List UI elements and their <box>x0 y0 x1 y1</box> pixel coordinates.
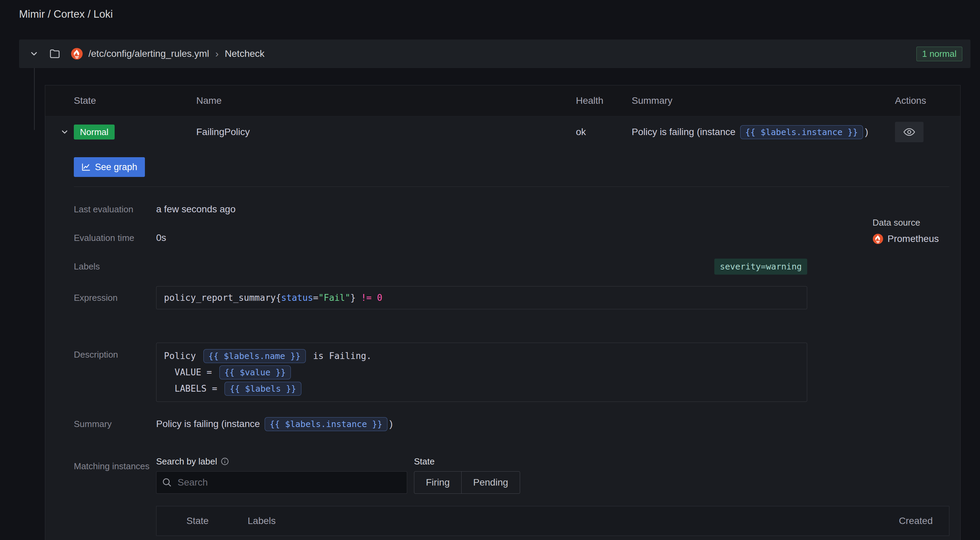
instances-column-labels: Labels <box>248 516 858 526</box>
search-by-label-text: Search by label <box>156 456 217 467</box>
rules-table-panel: State Name Health Summary Actions Normal… <box>45 85 961 540</box>
instances-column-state: State <box>186 516 248 526</box>
rule-group-name: Netcheck <box>225 48 265 59</box>
rule-row: Normal FailingPolicy ok Policy is failin… <box>45 116 960 148</box>
summary-value: Policy is failing (instance {{ $labels.i… <box>156 417 950 431</box>
rule-actions-cell <box>895 122 951 142</box>
data-source-value: Prometheus <box>872 233 950 244</box>
description-line-3: LABELS = {{ $labels }} <box>164 381 799 397</box>
matching-instances-row: Matching instances Search by label <box>74 456 950 536</box>
description-text: VALUE = <box>164 367 217 378</box>
breadcrumb-separator: › <box>215 48 219 59</box>
instances-column-created: Created <box>899 516 933 526</box>
severity-label-chip: severity=warning <box>714 259 807 275</box>
rule-name: FailingPolicy <box>196 127 576 137</box>
rule-health: ok <box>576 127 632 137</box>
column-header-health: Health <box>576 95 632 106</box>
last-evaluation-label: Last evaluation <box>74 204 156 215</box>
expression-label: Expression <box>74 293 156 303</box>
description-line-1: Policy {{ $labels.name }} is Failing. <box>164 348 799 364</box>
search-by-label-group: Search by label <box>156 456 407 494</box>
state-filter-text: State <box>414 456 435 467</box>
column-header-actions: Actions <box>895 95 951 106</box>
evaluation-time-row: Evaluation time 0s <box>74 231 950 245</box>
chart-line-icon <box>81 162 91 172</box>
filter-firing-button[interactable]: Firing <box>414 472 461 494</box>
rule-summary-cell: Policy is failing (instance {{ $labels.i… <box>632 125 895 139</box>
summary-label: Summary <box>74 419 156 429</box>
filter-pending-button[interactable]: Pending <box>461 472 520 494</box>
last-evaluation-row: Last evaluation a few seconds ago <box>74 202 950 216</box>
see-graph-button[interactable]: See graph <box>74 157 145 177</box>
description-row: Description Policy {{ $labels.name }} is… <box>74 342 950 402</box>
rule-details-expanded: See graph Data source <box>45 148 960 540</box>
alert-rules-page: Mimir / Cortex / Loki /etc/config/alerti… <box>0 0 980 540</box>
matching-controls: Search by label <box>156 456 950 494</box>
column-header-summary: Summary <box>632 95 895 106</box>
expr-token-equals: = <box>313 293 318 303</box>
info-icon[interactable] <box>220 457 229 466</box>
group-collapse-chevron-down-icon[interactable] <box>29 49 39 59</box>
row-expand-chevron-down-icon[interactable] <box>60 127 74 137</box>
rule-group-header[interactable]: /etc/config/alerting_rules.yml › Netchec… <box>19 40 970 68</box>
template-chip-labels-instance: {{ $labels.instance }} <box>265 417 387 431</box>
state-filter-group: State Firing Pending <box>414 456 520 494</box>
labels-label: Labels <box>74 261 156 272</box>
expr-token-label-name: status <box>281 293 313 303</box>
rule-summary-text: Policy is failing (instance <box>632 127 738 137</box>
description-text: Policy <box>164 351 201 361</box>
evaluation-time-label: Evaluation time <box>74 233 156 243</box>
rule-summary-suffix: ) <box>865 127 868 137</box>
last-evaluation-value: a few seconds ago <box>156 204 950 215</box>
instances-table-header: State Labels Created <box>156 506 950 536</box>
rule-state-badge: Normal <box>74 124 115 140</box>
state-filter-buttons: Firing Pending <box>414 471 520 494</box>
template-chip-labels-instance: {{ $labels.instance }} <box>740 125 863 139</box>
expr-token-metric: policy_report_summary <box>164 293 276 303</box>
expr-token-threshold: 0 <box>377 293 382 303</box>
description-line-2: VALUE = {{ $value }} <box>164 364 799 381</box>
expr-token-open-brace: { <box>276 293 281 303</box>
description-box: Policy {{ $labels.name }} is Failing. VA… <box>156 342 807 402</box>
summary-suffix: ) <box>390 419 393 429</box>
matching-instances-label: Matching instances <box>74 456 156 474</box>
matching-instances-area: Search by label <box>156 456 950 536</box>
eye-icon <box>904 127 915 137</box>
prometheus-icon <box>872 233 883 244</box>
label-search-field <box>156 471 407 494</box>
expr-token-operator: != <box>356 293 377 303</box>
expression-row: Expression policy_report_summary{status=… <box>74 286 950 309</box>
rule-details: Data source Prometheus <box>74 202 950 536</box>
data-source-label: Data source <box>872 217 950 228</box>
description-label: Description <box>74 342 156 360</box>
search-by-label-header: Search by label <box>156 456 407 467</box>
expr-token-close-brace: } <box>350 293 356 303</box>
view-rule-button[interactable] <box>895 122 924 142</box>
column-header-state: State <box>74 95 196 106</box>
rules-table-header: State Name Health Summary Actions <box>45 85 960 116</box>
description-text: LABELS = <box>164 384 223 394</box>
labels-row: Labels severity=warning <box>74 258 950 275</box>
template-chip-labels: {{ $labels }} <box>224 382 301 396</box>
prometheus-icon <box>71 48 83 60</box>
column-header-name: Name <box>196 95 576 106</box>
page-title: Mimir / Cortex / Loki <box>19 8 113 21</box>
rule-state-cell: Normal <box>74 124 196 140</box>
rules-file-path: /etc/config/alerting_rules.yml <box>88 48 209 59</box>
labels-value: severity=warning <box>156 259 807 275</box>
template-chip-labels-name: {{ $labels.name }} <box>204 349 306 363</box>
group-status-badge: 1 normal <box>916 46 963 61</box>
details-divider <box>74 186 950 187</box>
description-text: is Failing. <box>308 351 372 361</box>
summary-text: Policy is failing (instance <box>156 419 262 429</box>
folder-icon <box>49 48 60 59</box>
summary-row: Summary Policy is failing (instance {{ $… <box>74 416 950 432</box>
see-graph-label: See graph <box>95 162 137 172</box>
data-source-block: Data source Prometheus <box>872 217 950 244</box>
tree-guide-line <box>34 68 35 130</box>
label-search-input[interactable] <box>156 471 407 494</box>
expr-token-string: "Fail" <box>318 293 350 303</box>
state-filter-header: State <box>414 456 520 467</box>
evaluation-time-value: 0s <box>156 233 950 243</box>
expression-code-box: policy_report_summary{status="Fail"} != … <box>156 286 807 309</box>
